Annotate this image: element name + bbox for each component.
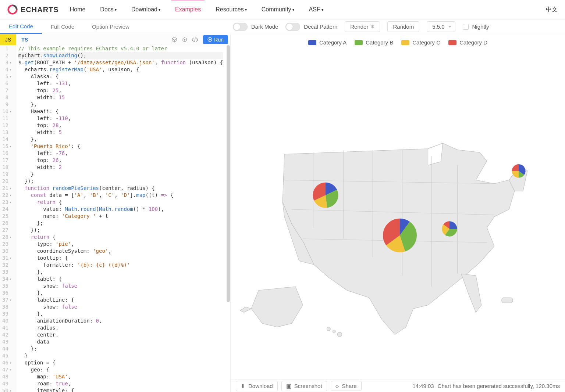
echarts-logo-icon: [7, 4, 18, 15]
nav-items: HomeDocs▾Download▾ExamplesResources▾Comm…: [70, 6, 323, 13]
legend-swatch: [448, 40, 456, 45]
svg-point-4: [337, 332, 342, 337]
preview-controls: Dark Mode Decal Pattern Render ✻ Random …: [231, 19, 565, 34]
render-button[interactable]: Render ✻: [345, 21, 380, 32]
language-switch[interactable]: 中文: [546, 6, 558, 14]
editor-tabs: Edit CodeFull CodeOption Preview: [0, 19, 231, 34]
toggle-switch-icon: [233, 23, 248, 31]
nav-item-community[interactable]: Community▾: [262, 6, 294, 13]
random-button[interactable]: Random: [387, 21, 419, 32]
main-split: JS TS Run 123▾4▾5▾678910▾1112131415▾1617…: [0, 34, 565, 392]
nightly-label: Nightly: [472, 24, 489, 30]
version-select[interactable]: 5.5.0: [427, 21, 455, 32]
preview-panel: Category ACategory BCategory CCategory D: [231, 34, 565, 392]
play-icon: [207, 37, 212, 42]
legend-item[interactable]: Category C: [401, 39, 440, 46]
lang-tab-js[interactable]: JS: [0, 34, 16, 45]
tab-full-code[interactable]: Full Code: [42, 19, 83, 34]
nav-item-examples[interactable]: Examples: [175, 6, 201, 13]
chevron-down-icon: ▾: [159, 8, 160, 12]
pie-slice[interactable]: [512, 164, 519, 171]
decal-toggle[interactable]: Decal Pattern: [285, 23, 337, 31]
dark-mode-toggle[interactable]: Dark Mode: [233, 23, 278, 31]
legend-item[interactable]: Category D: [448, 39, 487, 46]
nav-item-asf[interactable]: ASF▾: [309, 6, 323, 13]
tab-option-preview[interactable]: Option Preview: [83, 19, 138, 34]
svg-point-3: [333, 330, 335, 333]
brand-logo[interactable]: ECHARTS: [7, 4, 59, 15]
gear-icon: ✻: [370, 24, 374, 29]
legend-swatch: [401, 40, 409, 45]
brand-text: ECHARTS: [21, 6, 59, 14]
decal-label: Decal Pattern: [304, 24, 337, 30]
lang-tab-ts[interactable]: TS: [16, 34, 33, 45]
code-icon[interactable]: [190, 35, 200, 45]
random-label: Random: [393, 24, 414, 30]
chart-legend: Category ACategory BCategory CCategory D: [237, 38, 559, 48]
run-button[interactable]: Run: [203, 35, 228, 44]
legend-swatch: [355, 40, 363, 45]
legend-label: Category D: [459, 39, 487, 46]
chevron-down-icon: ▾: [115, 8, 117, 12]
editor-subrow: Edit CodeFull CodeOption Preview Dark Mo…: [0, 19, 565, 34]
nav-item-home[interactable]: Home: [70, 6, 86, 13]
nav-item-docs[interactable]: Docs▾: [100, 6, 116, 13]
svg-point-2: [327, 327, 330, 331]
legend-swatch: [308, 40, 316, 45]
chevron-down-icon: ▾: [321, 8, 323, 12]
legend-label: Category B: [366, 39, 393, 46]
legend-label: Category C: [412, 39, 440, 46]
dark-mode-label: Dark Mode: [251, 24, 278, 30]
legend-item[interactable]: Category B: [355, 39, 393, 46]
nav-item-download[interactable]: Download▾: [131, 6, 160, 13]
top-nav: ECHARTS HomeDocs▾Download▾ExamplesResour…: [0, 0, 565, 19]
diamond-icon[interactable]: [169, 35, 180, 45]
checkbox-icon: [463, 24, 469, 30]
run-label: Run: [214, 37, 224, 43]
render-label: Render: [350, 24, 368, 30]
code-lang-row: JS TS Run: [0, 34, 230, 45]
legend-item[interactable]: Category A: [308, 39, 347, 46]
chart-svg: [237, 48, 559, 386]
editor-scrollbar[interactable]: [226, 45, 230, 302]
cube-icon[interactable]: [180, 35, 190, 45]
code-editor[interactable]: 123▾4▾5▾678910▾1112131415▾161718192021▾2…: [0, 45, 230, 392]
chart-area[interactable]: Category ACategory BCategory CCategory D: [231, 34, 565, 380]
chevron-down-icon: ▾: [292, 8, 294, 12]
legend-label: Category A: [319, 39, 347, 46]
chevron-down-icon: ▾: [245, 8, 247, 12]
tab-edit-code[interactable]: Edit Code: [0, 19, 42, 34]
nightly-checkbox[interactable]: Nightly: [463, 24, 489, 30]
nav-item-resources[interactable]: Resources▾: [216, 6, 246, 13]
svg-rect-5: [502, 298, 513, 303]
editor-panel: JS TS Run 123▾4▾5▾678910▾1112131415▾1617…: [0, 34, 231, 392]
version-label: 5.5.0: [432, 24, 444, 30]
toggle-switch-icon: [285, 23, 300, 31]
